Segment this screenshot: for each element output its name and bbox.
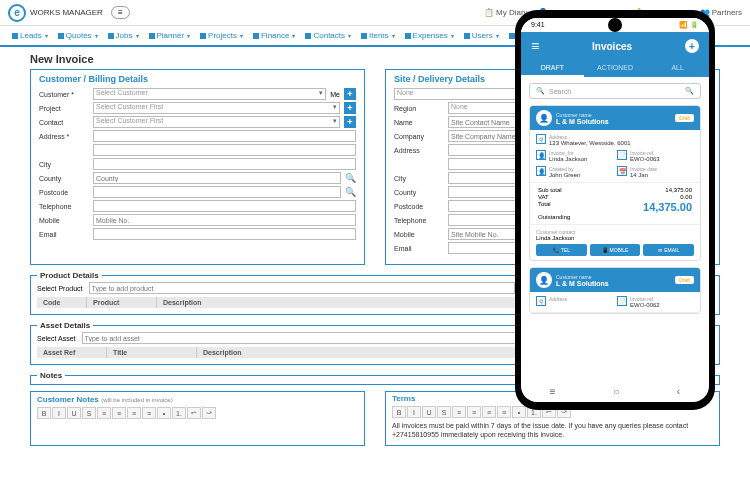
- mobile-button[interactable]: 📱 MOBILE: [590, 244, 641, 256]
- address-input[interactable]: [93, 130, 356, 142]
- menu-icon[interactable]: ≡: [531, 38, 539, 54]
- asset-search-input[interactable]: [82, 332, 533, 344]
- nav-users[interactable]: Users: [460, 29, 503, 42]
- nav-jobs[interactable]: Jobs: [104, 29, 143, 42]
- logo-icon: e: [8, 4, 26, 22]
- search-icon: 🔍: [536, 87, 545, 95]
- phone-search-input[interactable]: 🔍Search🔍: [529, 83, 701, 99]
- nav-projects[interactable]: Projects: [196, 29, 247, 42]
- status-badge: Draft: [675, 276, 694, 284]
- invoice-card[interactable]: 👤 Customer nameL & M Solutions Draft ⚲Ad…: [529, 105, 701, 261]
- tab-actioned[interactable]: ACTIONED: [584, 60, 647, 77]
- search-icon[interactable]: 🔍: [345, 173, 356, 183]
- location-icon: ⚲: [536, 296, 546, 306]
- nav-quotes[interactable]: Quotes: [54, 29, 102, 42]
- terms-text[interactable]: All invoices must be paid within 7 days …: [392, 421, 713, 439]
- document-icon: 📄: [617, 296, 627, 306]
- editor-toolbar: BIUS≡≡≡≡•1.⤺⤻: [37, 407, 358, 419]
- add-invoice-button[interactable]: +: [685, 39, 699, 53]
- avatar-icon: 👤: [536, 110, 552, 126]
- hamburger-icon[interactable]: ≡: [111, 6, 130, 19]
- nav-expenses[interactable]: Expenses: [401, 29, 458, 42]
- nav-back-icon[interactable]: ‹: [677, 386, 680, 397]
- county-input[interactable]: [93, 172, 341, 184]
- nav-menu-icon[interactable]: ≡: [550, 386, 556, 397]
- tel-button[interactable]: 📞 TEL: [536, 244, 587, 256]
- phone-tabs: DRAFT ACTIONED ALL: [521, 60, 709, 77]
- app-logo: e WORKS MANAGER ≡: [8, 4, 130, 22]
- nav-finance[interactable]: Finance: [249, 29, 299, 42]
- nav-leads[interactable]: Leads: [8, 29, 52, 42]
- customer-notes-panel: Customer Notes (will be included in invo…: [30, 391, 365, 446]
- calendar-icon: 📅: [617, 166, 627, 176]
- city-input[interactable]: [93, 158, 356, 170]
- add-project-button[interactable]: +: [344, 102, 356, 114]
- person-icon: 👤: [536, 150, 546, 160]
- nav-contacts[interactable]: Contacts: [301, 29, 355, 42]
- postcode-input[interactable]: [93, 186, 341, 198]
- add-customer-button[interactable]: +: [344, 88, 356, 100]
- phone-nav-bar: ≡ ○ ‹: [521, 381, 709, 402]
- mobile-preview: 9:41📶 🔋 ≡ Invoices + DRAFT ACTIONED ALL …: [515, 10, 715, 410]
- document-icon: 📄: [617, 150, 627, 160]
- project-select[interactable]: Select Customer First: [93, 102, 340, 114]
- nav-items[interactable]: Items: [357, 29, 399, 42]
- phone-title: Invoices: [592, 41, 632, 52]
- billing-panel: Customer / Billing Details Customer *Sel…: [30, 69, 365, 265]
- email-input[interactable]: [93, 228, 356, 240]
- search-icon[interactable]: 🔍: [345, 187, 356, 197]
- italic-button[interactable]: I: [52, 407, 66, 419]
- strike-button[interactable]: S: [82, 407, 96, 419]
- invoice-card[interactable]: 👤 Customer nameL & M Solutions Draft ⚲Ad…: [529, 267, 701, 314]
- status-badge: Draft: [675, 114, 694, 122]
- avatar-icon: 👤: [536, 272, 552, 288]
- signal-icon: 📶 🔋: [679, 21, 699, 29]
- underline-button[interactable]: U: [67, 407, 81, 419]
- mobile-input[interactable]: [93, 214, 356, 226]
- tab-draft[interactable]: DRAFT: [521, 60, 584, 77]
- contact-select[interactable]: Select Customer First: [93, 116, 340, 128]
- customer-select[interactable]: Select Customer: [93, 88, 326, 100]
- add-contact-button[interactable]: +: [344, 116, 356, 128]
- tab-all[interactable]: ALL: [646, 60, 709, 77]
- search-icon: 🔍: [685, 87, 694, 95]
- address2-input[interactable]: [93, 144, 356, 156]
- product-search-input[interactable]: [89, 282, 516, 294]
- telephone-input[interactable]: [93, 200, 356, 212]
- location-icon: ⚲: [536, 134, 546, 144]
- email-button[interactable]: ✉ EMAIL: [643, 244, 694, 256]
- person-icon: 👤: [536, 166, 546, 176]
- bold-button[interactable]: B: [37, 407, 51, 419]
- nav-home-icon[interactable]: ○: [613, 386, 619, 397]
- nav-planner[interactable]: Planner: [145, 29, 195, 42]
